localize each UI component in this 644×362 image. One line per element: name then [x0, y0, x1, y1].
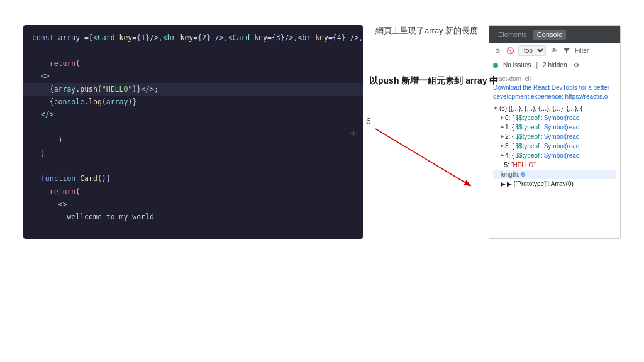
console-filename: react-dom_cli: [493, 75, 531, 82]
item0-val: Symbol(reac: [544, 113, 579, 123]
eq4: ={4} />,: [328, 32, 363, 43]
expand-triangle: ▼: [493, 106, 498, 111]
issues-dot: [493, 63, 498, 68]
fn-args: (){: [97, 173, 111, 184]
keyword-const: const: [32, 32, 58, 43]
devtools-info: react-dom_cli Download the React DevTool…: [493, 75, 616, 101]
item4-tri: ▶: [501, 152, 504, 159]
tag-card1: <Card: [93, 32, 119, 43]
paren2: (: [97, 84, 102, 95]
code-line-blank: [23, 44, 363, 57]
console-item-4[interactable]: ▶ 4: { $$typeof : Symbol(reac: [493, 151, 616, 160]
main-container: const array =[ <Card key ={1}/>, <br key…: [0, 0, 644, 362]
eq2: ={2} />,: [193, 32, 228, 43]
spaces5: [32, 134, 58, 146]
brace-open: [32, 84, 50, 95]
console-array-header[interactable]: ▼ (6) [{…}, {…}, {…}, {…}, {…}, {-: [493, 105, 616, 112]
devtools-issues-bar: No Issues | 2 hidden ⚙: [489, 58, 620, 72]
item0-tri: ▶: [501, 114, 504, 121]
tag-br2: <br: [297, 32, 315, 43]
item1-val: Symbol(reac: [544, 123, 579, 132]
proto-tri: ▶: [501, 179, 506, 189]
annotation-top-label: 網頁上呈現了array 新的長度: [375, 25, 478, 36]
console-item-2[interactable]: ▶ 2: { $$typeof : Symbol(reac: [493, 132, 616, 141]
console-item-5[interactable]: 5: "HELLO": [493, 160, 616, 170]
eq3: ={3}/>,: [267, 32, 297, 43]
item3-key: $$typeof: [515, 141, 539, 151]
spaces: [32, 58, 50, 69]
item0-sep: :: [541, 113, 543, 123]
plus-button[interactable]: +: [350, 126, 357, 139]
spaces7: [32, 186, 50, 197]
brace-close: }: [32, 148, 45, 159]
svg-marker-2: [564, 48, 570, 53]
kw-function: function: [41, 173, 80, 184]
item3-index: 3: {: [505, 141, 514, 151]
paren4: (: [102, 96, 106, 107]
dot2: .: [84, 96, 89, 107]
devtools-body: react-dom_cli Download the React DevTool…: [489, 72, 620, 239]
code-line-welcome: wellcome to my world: [23, 211, 363, 223]
no-issues-label: No Issues: [503, 62, 531, 69]
hidden-count: 2 hidden: [543, 62, 567, 69]
context-select[interactable]: top: [518, 45, 546, 56]
number-6: 6: [366, 116, 371, 126]
item3-tri: ▶: [501, 143, 504, 150]
annotation-arrow: [363, 25, 489, 239]
ban-icon[interactable]: ⊘: [493, 47, 502, 55]
item1-sep: :: [541, 123, 543, 132]
console-item-1[interactable]: ▶ 1: { $$typeof : Symbol(reac: [493, 123, 616, 132]
welcome-text: wellcome to my world: [67, 211, 153, 222]
item2-sep: :: [541, 132, 543, 141]
item4-val: Symbol(reac: [544, 151, 579, 160]
item4-sep: :: [541, 151, 543, 160]
fn-log: log: [89, 96, 102, 107]
item2-key: $$typeof: [515, 132, 539, 141]
brace2: {: [50, 96, 54, 107]
dot: .: [75, 84, 80, 95]
item2-tri: ▶: [501, 133, 504, 140]
eye-icon[interactable]: 👁: [550, 47, 558, 55]
attr-key4: key: [315, 32, 328, 43]
devtools-panel: Elements Console ⊘ 🚫 top 👁 Filter No Iss: [489, 25, 621, 239]
item0-index: 0: {: [505, 113, 514, 123]
annotation-area: 網頁上呈現了array 新的長度 以push 新增一組元素到 array 中 6: [363, 25, 489, 239]
tab-elements[interactable]: Elements: [494, 30, 531, 40]
console-output: ▼ (6) [{…}, {…}, {…}, {…}, {…}, {- ▶ 0: …: [493, 105, 616, 189]
editor-content: const array =[ <Card key ={1}/>, <br key…: [23, 25, 363, 230]
str-hello: "HELLO": [102, 84, 132, 95]
paren3: )}</>: [132, 84, 154, 95]
settings-gear-icon[interactable]: ⚙: [572, 61, 580, 70]
item1-tri: ▶: [501, 124, 504, 131]
spaces9: [32, 211, 67, 222]
spaces6: [32, 173, 41, 184]
filter-label: Filter: [575, 47, 589, 54]
console-item-3[interactable]: ▶ 3: { $$typeof : Symbol(reac: [493, 141, 616, 151]
kw-return: return: [50, 58, 76, 69]
attr-key3: key: [254, 32, 267, 43]
devtools-toolbar: ⊘ 🚫 top 👁 Filter: [489, 43, 620, 58]
code-line-brace-close: }: [23, 147, 363, 160]
eq1: ={1}/>,: [132, 32, 162, 43]
item5-index: 5:: [501, 160, 509, 170]
console-item-0[interactable]: ▶ 0: { $$typeof : Symbol(reac: [493, 113, 616, 123]
code-line-function: function Card (){: [23, 172, 363, 185]
spaces4: [32, 109, 41, 120]
prototype-item[interactable]: ▶ ▶ [[Prototype]]: Array(0): [493, 179, 616, 189]
close-paren: ): [58, 134, 63, 146]
length-item: length: 6: [493, 170, 616, 179]
clear-icon[interactable]: 🚫: [506, 47, 514, 55]
code-editor: const array =[ <Card key ={1}/>, <br key…: [23, 25, 363, 239]
item1-index: 1: {: [505, 123, 514, 132]
console-ref: console: [54, 96, 84, 107]
item0-key: $$typeof: [515, 113, 539, 123]
tab-console[interactable]: Console: [533, 30, 566, 40]
filter-icon[interactable]: [562, 47, 571, 55]
spaces3: [32, 96, 50, 107]
semicolon: ;: [154, 84, 158, 95]
item5-val: "HELLO": [511, 160, 536, 170]
item3-val: Symbol(reac: [544, 141, 579, 151]
frag2-open: <>: [58, 199, 67, 210]
paren6: (: [75, 186, 80, 197]
code-line-push: { array . push ( "HELLO" )}</> ;: [23, 83, 363, 96]
